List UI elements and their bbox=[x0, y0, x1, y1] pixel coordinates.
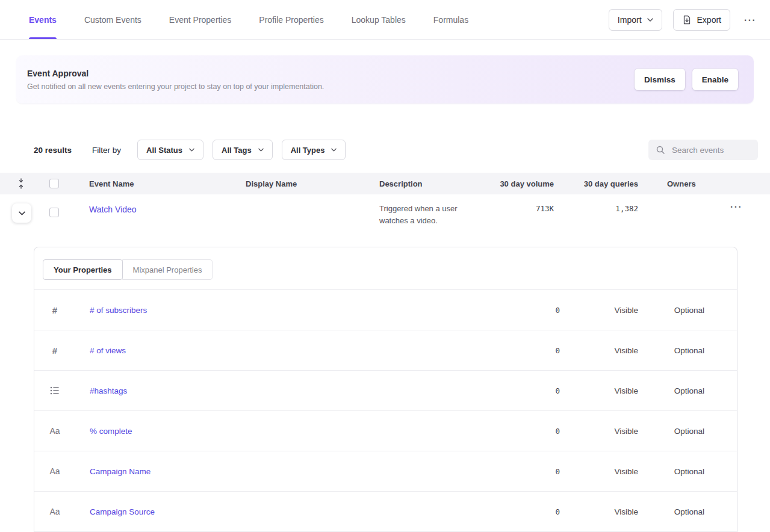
property-count: 0 bbox=[488, 306, 560, 315]
property-visibility[interactable]: Visible bbox=[560, 467, 638, 476]
enable-button[interactable]: Enable bbox=[692, 69, 738, 90]
top-navigation: Events Custom Events Event Properties Pr… bbox=[0, 0, 770, 40]
column-header-30-day-queries[interactable]: 30 day queries bbox=[554, 179, 638, 188]
search-icon bbox=[656, 145, 665, 155]
property-count: 0 bbox=[488, 427, 560, 436]
filter-by-label: Filter by bbox=[92, 146, 121, 155]
property-requirement[interactable]: Optional bbox=[638, 346, 704, 355]
chevron-down-icon bbox=[189, 148, 194, 152]
event-approval-banner: Event Approval Get notified on all new e… bbox=[16, 55, 754, 104]
event-name-link[interactable]: Watch Video bbox=[89, 205, 137, 214]
tab-custom-events[interactable]: Custom Events bbox=[84, 0, 141, 39]
tab-lookup-tables[interactable]: Lookup Tables bbox=[352, 0, 406, 39]
export-csv-icon bbox=[682, 15, 692, 25]
property-row: #hashtags 0 Visible Optional bbox=[34, 371, 737, 411]
collapse-all-rows-icon[interactable] bbox=[17, 178, 42, 189]
row-more-button[interactable]: ⋯ bbox=[727, 199, 744, 214]
event-row-watch-video: Watch Video Triggered when a user watche… bbox=[0, 194, 770, 235]
chevron-down-icon bbox=[647, 18, 653, 22]
property-row: Aa Campaign Name 0 Visible Optional bbox=[34, 451, 737, 492]
events-table-header: Event Name Display Name Description 30 d… bbox=[0, 173, 770, 194]
text-icon: Aa bbox=[49, 426, 60, 436]
column-header-description[interactable]: Description bbox=[379, 179, 494, 188]
text-icon: Aa bbox=[49, 466, 60, 476]
list-icon bbox=[50, 386, 60, 395]
event-description: Triggered when a user watches a video. bbox=[379, 194, 485, 227]
status-filter-dropdown[interactable]: All Status bbox=[137, 140, 203, 160]
tab-events[interactable]: Events bbox=[29, 0, 57, 39]
event-30-day-queries: 1,382 bbox=[554, 194, 638, 213]
tags-filter-label: All Tags bbox=[222, 146, 252, 155]
banner-actions: Dismiss Enable bbox=[635, 69, 738, 90]
column-header-event-name[interactable]: Event Name bbox=[66, 179, 246, 188]
banner-title: Event Approval bbox=[27, 69, 324, 78]
export-button-label: Export bbox=[697, 15, 721, 25]
nav-more-button[interactable]: ⋯ bbox=[741, 13, 758, 27]
tab-mixpanel-properties[interactable]: Mixpanel Properties bbox=[122, 259, 213, 280]
chevron-down-icon bbox=[19, 211, 25, 215]
property-requirement[interactable]: Optional bbox=[638, 306, 704, 315]
column-header-30-day-volume[interactable]: 30 day volume bbox=[494, 179, 554, 188]
collapse-row-button[interactable] bbox=[12, 203, 31, 223]
property-name-link[interactable]: # of views bbox=[90, 346, 126, 355]
results-count: 20 results bbox=[34, 146, 72, 155]
chevron-down-icon bbox=[258, 148, 264, 152]
export-button[interactable]: Export bbox=[673, 9, 730, 31]
tab-event-properties[interactable]: Event Properties bbox=[169, 0, 232, 39]
number-icon: # bbox=[52, 345, 57, 356]
property-row: Aa Campaign Source 0 Visible Optional bbox=[34, 492, 737, 532]
property-row: # # of subscribers 0 Visible Optional bbox=[34, 290, 737, 330]
more-icon: ⋯ bbox=[730, 200, 742, 213]
import-button[interactable]: Import bbox=[609, 9, 662, 31]
banner-text: Event Approval Get notified on all new e… bbox=[27, 69, 324, 91]
select-all-checkbox[interactable] bbox=[49, 179, 59, 188]
chevron-down-icon bbox=[331, 148, 337, 152]
types-filter-dropdown[interactable]: All Types bbox=[282, 140, 346, 160]
property-name-link[interactable]: # of subscribers bbox=[90, 306, 147, 315]
property-name-link[interactable]: #hashtags bbox=[90, 386, 127, 395]
property-visibility[interactable]: Visible bbox=[560, 386, 638, 395]
column-header-owners[interactable]: Owners bbox=[638, 179, 710, 188]
property-visibility[interactable]: Visible bbox=[560, 346, 638, 355]
dismiss-button[interactable]: Dismiss bbox=[635, 69, 685, 90]
banner-description: Get notified on all new events entering … bbox=[27, 82, 324, 91]
property-count: 0 bbox=[488, 386, 560, 395]
row-checkbox[interactable] bbox=[49, 208, 59, 217]
property-requirement[interactable]: Optional bbox=[638, 427, 704, 436]
event-properties-panel: Your Properties Mixpanel Properties # # … bbox=[34, 247, 737, 532]
property-count: 0 bbox=[488, 346, 560, 355]
property-name-link[interactable]: % complete bbox=[90, 427, 132, 436]
more-icon: ⋯ bbox=[744, 13, 756, 26]
search-events-box bbox=[648, 140, 758, 160]
column-header-display-name[interactable]: Display Name bbox=[246, 179, 379, 188]
property-count: 0 bbox=[488, 467, 560, 476]
property-requirement[interactable]: Optional bbox=[638, 507, 704, 516]
property-visibility[interactable]: Visible bbox=[560, 427, 638, 436]
property-visibility[interactable]: Visible bbox=[560, 507, 638, 516]
tab-profile-properties[interactable]: Profile Properties bbox=[259, 0, 323, 39]
nav-actions: Import Export ⋯ bbox=[609, 0, 758, 39]
number-icon: # bbox=[52, 305, 57, 315]
lexicon-tabs: Events Custom Events Event Properties Pr… bbox=[29, 0, 468, 39]
tab-formulas[interactable]: Formulas bbox=[433, 0, 468, 39]
property-count: 0 bbox=[488, 507, 560, 516]
property-requirement[interactable]: Optional bbox=[638, 386, 704, 395]
properties-tabs: Your Properties Mixpanel Properties bbox=[34, 247, 737, 290]
text-icon: Aa bbox=[49, 507, 60, 516]
tags-filter-dropdown[interactable]: All Tags bbox=[213, 140, 273, 160]
types-filter-label: All Types bbox=[291, 146, 325, 155]
property-name-link[interactable]: Campaign Name bbox=[90, 467, 151, 476]
filter-bar: 20 results Filter by All Status All Tags… bbox=[34, 140, 758, 160]
status-filter-label: All Status bbox=[146, 146, 182, 155]
property-visibility[interactable]: Visible bbox=[560, 306, 638, 315]
property-row: Aa % complete 0 Visible Optional bbox=[34, 411, 737, 451]
property-row: # # of views 0 Visible Optional bbox=[34, 330, 737, 371]
search-events-input[interactable] bbox=[671, 145, 751, 155]
event-30-day-volume: 713K bbox=[494, 194, 554, 213]
import-button-label: Import bbox=[618, 15, 642, 25]
tab-your-properties[interactable]: Your Properties bbox=[43, 259, 123, 280]
property-requirement[interactable]: Optional bbox=[638, 467, 704, 476]
property-name-link[interactable]: Campaign Source bbox=[90, 507, 155, 516]
event-display-name bbox=[246, 194, 352, 203]
